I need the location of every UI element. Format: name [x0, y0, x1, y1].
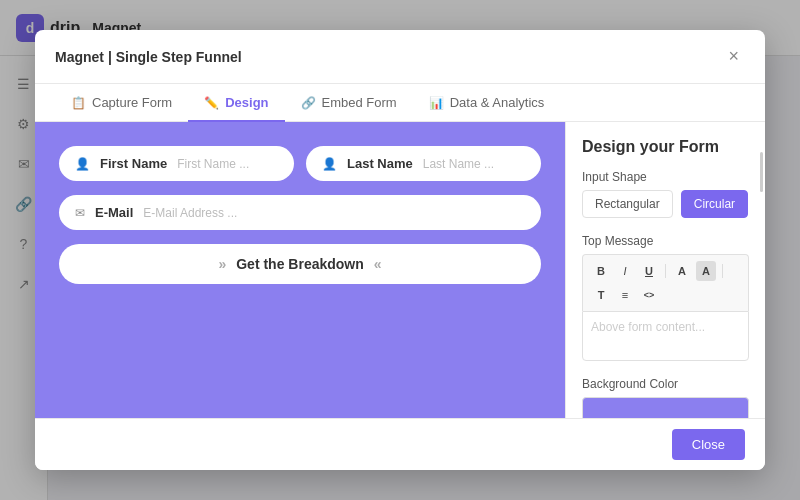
- tab-capture-label: Capture Form: [92, 95, 172, 110]
- close-modal-button[interactable]: Close: [672, 429, 745, 460]
- toolbar-italic[interactable]: I: [615, 261, 635, 281]
- form-preview: 👤 First Name First Name ... 👤 Last Name …: [35, 122, 565, 418]
- tab-embed-form[interactable]: 🔗 Embed Form: [285, 85, 413, 122]
- email-icon: ✉: [75, 206, 85, 220]
- scroll-bar: [760, 152, 763, 192]
- first-name-field[interactable]: 👤 First Name First Name ...: [59, 146, 294, 181]
- last-name-label: Last Name: [347, 156, 413, 171]
- bg-color-swatch[interactable]: [582, 397, 749, 418]
- tab-analytics-label: Data & Analytics: [450, 95, 545, 110]
- shape-circular-button[interactable]: Circular: [681, 190, 748, 218]
- email-field[interactable]: ✉ E-Mail E-Mail Address ...: [59, 195, 541, 230]
- toolbar-divider-2: [722, 264, 723, 278]
- toolbar-font-color[interactable]: A: [672, 261, 692, 281]
- first-name-placeholder: First Name ...: [177, 157, 249, 171]
- shape-rectangular-button[interactable]: Rectangular: [582, 190, 673, 218]
- modal-body: 👤 First Name First Name ... 👤 Last Name …: [35, 122, 765, 418]
- text-toolbar: B I U A A T ≡ <>: [582, 254, 749, 311]
- input-shape-label: Input Shape: [582, 170, 749, 184]
- tab-capture-form[interactable]: 📋 Capture Form: [55, 85, 188, 122]
- analytics-icon: 📊: [429, 96, 444, 110]
- toolbar-text-style[interactable]: T: [591, 285, 611, 305]
- toolbar-code[interactable]: <>: [639, 285, 659, 305]
- top-message-placeholder: Above form content...: [591, 320, 705, 334]
- modal-footer: Close: [35, 418, 765, 470]
- submit-label: Get the Breakdown: [236, 256, 364, 272]
- toolbar-align[interactable]: ≡: [615, 285, 635, 305]
- submit-suffix: «: [374, 256, 382, 272]
- tab-design[interactable]: ✏️ Design: [188, 85, 284, 122]
- modal-overlay: Magnet | Single Step Funnel × 📋 Capture …: [0, 0, 800, 500]
- submit-button[interactable]: » Get the Breakdown «: [59, 244, 541, 284]
- toolbar-highlight[interactable]: A: [696, 261, 716, 281]
- capture-form-icon: 📋: [71, 96, 86, 110]
- email-label: E-Mail: [95, 205, 133, 220]
- design-icon: ✏️: [204, 96, 219, 110]
- design-panel: Design your Form Input Shape Rectangular…: [565, 122, 765, 418]
- top-message-textarea[interactable]: Above form content...: [582, 311, 749, 361]
- toolbar-divider-1: [665, 264, 666, 278]
- top-message-label: Top Message: [582, 234, 749, 248]
- modal-title: Magnet | Single Step Funnel: [55, 49, 242, 65]
- modal-tabs: 📋 Capture Form ✏️ Design 🔗 Embed Form 📊 …: [35, 84, 765, 122]
- tab-analytics[interactable]: 📊 Data & Analytics: [413, 85, 561, 122]
- bg-color-label: Background Color: [582, 377, 749, 391]
- person-icon-last: 👤: [322, 157, 337, 171]
- design-panel-title: Design your Form: [582, 138, 749, 156]
- tab-design-label: Design: [225, 95, 268, 110]
- last-name-placeholder: Last Name ...: [423, 157, 494, 171]
- person-icon-first: 👤: [75, 157, 90, 171]
- modal: Magnet | Single Step Funnel × 📋 Capture …: [35, 30, 765, 470]
- first-name-label: First Name: [100, 156, 167, 171]
- last-name-field[interactable]: 👤 Last Name Last Name ...: [306, 146, 541, 181]
- embed-form-icon: 🔗: [301, 96, 316, 110]
- email-placeholder: E-Mail Address ...: [143, 206, 237, 220]
- submit-prefix: »: [219, 256, 227, 272]
- toolbar-bold[interactable]: B: [591, 261, 611, 281]
- input-shape-options: Rectangular Circular: [582, 190, 749, 218]
- modal-header: Magnet | Single Step Funnel ×: [35, 30, 765, 84]
- modal-close-button[interactable]: ×: [722, 44, 745, 69]
- name-fields-row: 👤 First Name First Name ... 👤 Last Name …: [59, 146, 541, 181]
- toolbar-underline[interactable]: U: [639, 261, 659, 281]
- tab-embed-label: Embed Form: [322, 95, 397, 110]
